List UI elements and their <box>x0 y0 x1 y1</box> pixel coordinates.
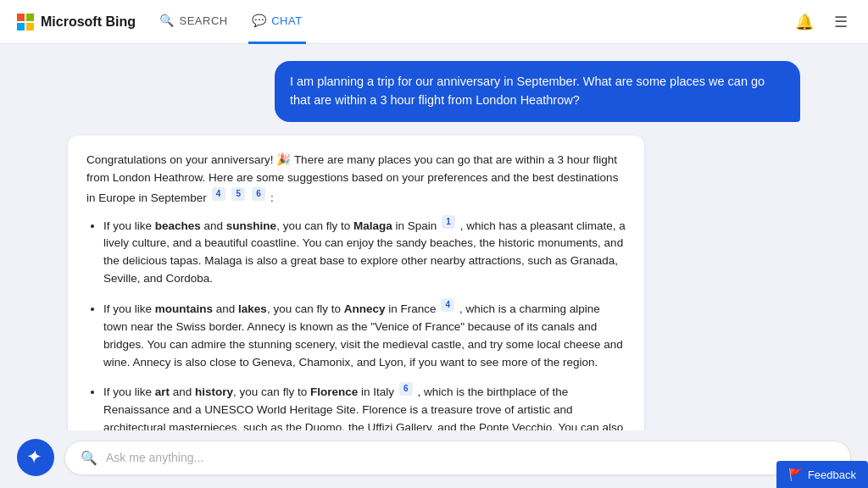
main: I am planning a trip for our anniversary… <box>0 44 868 488</box>
suggestions-list: If you like beaches and sunshine, you ca… <box>86 215 626 430</box>
citation-4[interactable]: 4 <box>212 187 225 201</box>
header: Microsoft Bing 🔍 SEARCH 💬 CHAT 🔔 ☰ <box>0 0 868 44</box>
user-message-text: I am planning a trip for our anniversary… <box>290 75 765 107</box>
search-tab-icon: 🔍 <box>159 14 175 27</box>
citation-6-intro[interactable]: 6 <box>252 187 265 201</box>
bold-history: history <box>195 385 233 398</box>
bold-lakes: lakes <box>238 302 267 315</box>
bing-logo-text: Microsoft Bing <box>41 14 136 30</box>
bold-mountains: mountains <box>155 302 213 315</box>
feedback-button[interactable]: 🚩 Feedback <box>776 461 868 488</box>
citation-4-annecy[interactable]: 4 <box>441 298 454 312</box>
bullet2-text: If you like mountains and lakes, you can… <box>103 302 623 369</box>
bold-sunshine: sunshine <box>226 219 276 232</box>
chat-avatar-button[interactable] <box>17 439 54 476</box>
tab-chat[interactable]: 💬 CHAT <box>248 0 306 44</box>
chat-tab-label: CHAT <box>271 14 302 27</box>
bullet3-text: If you like art and history, you can fly… <box>103 385 623 430</box>
input-search-icon: 🔍 <box>81 450 97 466</box>
bold-art: art <box>155 385 170 398</box>
menu-button[interactable]: ☰ <box>831 9 851 35</box>
search-input[interactable] <box>106 451 835 464</box>
nav-tabs: 🔍 SEARCH 💬 CHAT <box>156 0 306 44</box>
hamburger-icon: ☰ <box>834 13 848 31</box>
notification-button[interactable]: 🔔 <box>792 9 817 35</box>
header-left: Microsoft Bing 🔍 SEARCH 💬 CHAT <box>17 0 306 44</box>
intro-colon: : <box>270 191 274 203</box>
search-input-wrapper: 🔍 <box>64 441 851 475</box>
bold-florence: Florence <box>310 385 358 398</box>
header-right: 🔔 ☰ <box>792 9 851 35</box>
bottom-input-bar: 🔍 <box>0 430 868 488</box>
list-item-malaga: If you like beaches and sunshine, you ca… <box>103 215 626 288</box>
citation-5[interactable]: 5 <box>231 187 245 201</box>
chat-area: I am planning a trip for our anniversary… <box>0 44 868 430</box>
bell-icon: 🔔 <box>795 13 814 31</box>
bold-annecy: Annecy <box>344 302 386 315</box>
citation-1[interactable]: 1 <box>442 215 455 229</box>
citation-6-florence[interactable]: 6 <box>399 382 413 396</box>
bold-malaga: Malaga <box>353 219 392 232</box>
list-item-florence: If you like art and history, you can fly… <box>103 382 626 430</box>
feedback-icon: 🚩 <box>788 468 803 481</box>
chat-tab-icon: 💬 <box>252 14 267 27</box>
search-tab-label: SEARCH <box>180 14 228 27</box>
tab-search[interactable]: 🔍 SEARCH <box>156 0 231 44</box>
list-item-annecy: If you like mountains and lakes, you can… <box>103 298 626 371</box>
spark-icon <box>26 448 45 467</box>
feedback-label: Feedback <box>808 469 856 481</box>
bot-response-card: Congratulations on your anniversary! 🎉 T… <box>68 136 644 431</box>
bot-intro-text: Congratulations on your anniversary! 🎉 T… <box>86 153 618 204</box>
microsoft-logo-icon <box>17 14 34 30</box>
bold-beaches: beaches <box>155 219 201 232</box>
bing-logo[interactable]: Microsoft Bing <box>17 14 136 30</box>
user-message-bubble: I am planning a trip for our anniversary… <box>275 61 800 122</box>
bot-intro-paragraph: Congratulations on your anniversary! 🎉 T… <box>86 151 626 207</box>
bullet1-text: If you like beaches and sunshine, you ca… <box>103 219 626 286</box>
